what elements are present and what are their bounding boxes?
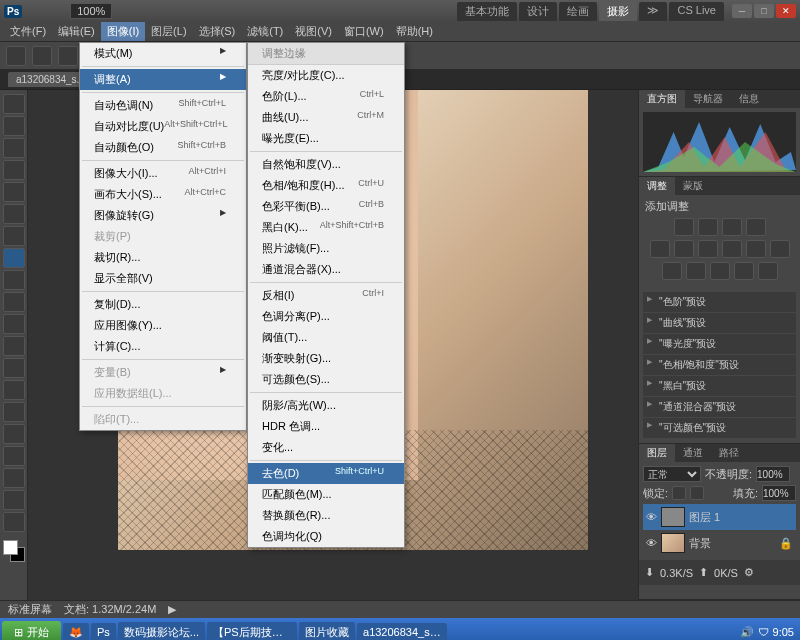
- adj-gradient-icon[interactable]: [734, 262, 754, 280]
- minimize-button[interactable]: ─: [732, 4, 752, 18]
- screen-mode[interactable]: 标准屏幕: [8, 602, 52, 617]
- menu-item[interactable]: 裁剪(P): [80, 226, 246, 247]
- heal-tool[interactable]: [3, 226, 25, 246]
- eraser-tool[interactable]: [3, 314, 25, 334]
- menu-item[interactable]: 变化...: [248, 437, 404, 458]
- menu-item[interactable]: 自动色调(N)Shift+Ctrl+L: [80, 95, 246, 116]
- menu-item[interactable]: 裁切(R)...: [80, 247, 246, 268]
- opt-icon[interactable]: [32, 46, 52, 66]
- layer-row[interactable]: 👁 背景 🔒: [643, 530, 796, 556]
- ws-tab-painting[interactable]: 绘画: [559, 2, 597, 21]
- layer-thumb[interactable]: [661, 533, 685, 553]
- menu-item[interactable]: 照片滤镜(F)...: [248, 238, 404, 259]
- menu-item[interactable]: 自动对比度(U)Alt+Shift+Ctrl+L: [80, 116, 246, 137]
- menu-item[interactable]: 亮度/对比度(C)...: [248, 65, 404, 86]
- preset-item[interactable]: "色阶"预设: [643, 292, 796, 312]
- close-button[interactable]: ✕: [776, 4, 796, 18]
- preset-item[interactable]: "曝光度"预设: [643, 334, 796, 354]
- taskbar-item[interactable]: 数码摄影论坛...: [118, 622, 205, 641]
- menu-item[interactable]: 反相(I)Ctrl+I: [248, 285, 404, 306]
- menu-item[interactable]: 图像旋转(G): [80, 205, 246, 226]
- tab-info[interactable]: 信息: [731, 90, 767, 108]
- adj-hue-icon[interactable]: [674, 240, 694, 258]
- adj-mixer-icon[interactable]: [770, 240, 790, 258]
- menu-item[interactable]: 调整(A): [80, 69, 246, 90]
- menu-item[interactable]: 色调分离(P)...: [248, 306, 404, 327]
- marquee-tool[interactable]: [3, 116, 25, 136]
- system-tray[interactable]: 🔊 🛡 9:05: [740, 626, 798, 639]
- adj-brightness-icon[interactable]: [674, 218, 694, 236]
- tab-layers[interactable]: 图层: [639, 444, 675, 462]
- visibility-icon[interactable]: 👁: [646, 511, 657, 523]
- menu-item[interactable]: 替换颜色(R)...: [248, 505, 404, 526]
- menu-item[interactable]: 匹配颜色(M)...: [248, 484, 404, 505]
- layer-thumb[interactable]: [661, 507, 685, 527]
- preset-item[interactable]: "通道混合器"预设: [643, 397, 796, 417]
- shape-tool[interactable]: [3, 468, 25, 488]
- zoom-display[interactable]: 100%: [70, 3, 112, 19]
- ws-tab-photography[interactable]: 摄影: [599, 2, 637, 21]
- stamp-tool[interactable]: [3, 270, 25, 290]
- cslive-button[interactable]: CS Live: [669, 2, 724, 21]
- menu-layer[interactable]: 图层(L): [145, 22, 192, 41]
- tray-icon[interactable]: 🛡: [758, 626, 769, 638]
- menu-item[interactable]: 通道混合器(X)...: [248, 259, 404, 280]
- blur-tool[interactable]: [3, 358, 25, 378]
- tab-channels[interactable]: 通道: [675, 444, 711, 462]
- taskbar-item[interactable]: Ps: [91, 623, 116, 640]
- adj-filter-icon[interactable]: [746, 240, 766, 258]
- adj-curves-icon[interactable]: [722, 218, 742, 236]
- menu-file[interactable]: 文件(F): [4, 22, 52, 41]
- taskbar-item[interactable]: a13206834_s.j...: [357, 623, 447, 640]
- menu-view[interactable]: 视图(V): [289, 22, 338, 41]
- eyedropper-tool[interactable]: [3, 204, 25, 224]
- history-brush-tool[interactable]: [3, 292, 25, 312]
- hand-tool[interactable]: [3, 490, 25, 510]
- tab-histogram[interactable]: 直方图: [639, 90, 685, 108]
- adj-bw-icon[interactable]: [722, 240, 742, 258]
- menu-window[interactable]: 窗口(W): [338, 22, 390, 41]
- maximize-button[interactable]: □: [754, 4, 774, 18]
- blend-mode-select[interactable]: 正常: [643, 466, 701, 482]
- zoom-tool[interactable]: [3, 512, 25, 532]
- ws-tab-essentials[interactable]: 基本功能: [457, 2, 517, 21]
- lock-position-icon[interactable]: [690, 486, 704, 500]
- tool-preset[interactable]: [6, 46, 26, 66]
- menu-item[interactable]: 自然饱和度(V)...: [248, 154, 404, 175]
- menu-item[interactable]: 色彩平衡(B)...Ctrl+B: [248, 196, 404, 217]
- menu-item[interactable]: 渐变映射(G)...: [248, 348, 404, 369]
- tray-icon[interactable]: 🔊: [740, 626, 754, 639]
- tab-adjustments[interactable]: 调整: [639, 177, 675, 195]
- fg-color[interactable]: [3, 540, 18, 555]
- adj-selective-icon[interactable]: [758, 262, 778, 280]
- menu-item[interactable]: 阴影/高光(W)...: [248, 395, 404, 416]
- adj-levels-icon[interactable]: [698, 218, 718, 236]
- menu-item[interactable]: 计算(C)...: [80, 336, 246, 357]
- menu-item[interactable]: 显示全部(V): [80, 268, 246, 289]
- preset-item[interactable]: "可选颜色"预设: [643, 418, 796, 438]
- lock-pixels-icon[interactable]: [672, 486, 686, 500]
- tab-paths[interactable]: 路径: [711, 444, 747, 462]
- path-tool[interactable]: [3, 446, 25, 466]
- menu-item[interactable]: 色调均化(Q): [248, 526, 404, 547]
- menu-item[interactable]: 应用图像(Y)...: [80, 315, 246, 336]
- menu-select[interactable]: 选择(S): [193, 22, 242, 41]
- clock[interactable]: 9:05: [773, 626, 794, 638]
- menu-item[interactable]: 色阶(L)...Ctrl+L: [248, 86, 404, 107]
- opacity-input[interactable]: [756, 466, 790, 482]
- menu-filter[interactable]: 滤镜(T): [241, 22, 289, 41]
- tab-navigator[interactable]: 导航器: [685, 90, 731, 108]
- move-tool[interactable]: [3, 94, 25, 114]
- dodge-tool[interactable]: [3, 380, 25, 400]
- ws-tab-design[interactable]: 设计: [519, 2, 557, 21]
- menu-image[interactable]: 图像(I): [101, 22, 145, 41]
- menu-item[interactable]: 阈值(T)...: [248, 327, 404, 348]
- wand-tool[interactable]: [3, 160, 25, 180]
- menu-item[interactable]: 应用数据组(L)...: [80, 383, 246, 404]
- menu-edit[interactable]: 编辑(E): [52, 22, 101, 41]
- menu-item[interactable]: 可选颜色(S)...: [248, 369, 404, 390]
- menu-item[interactable]: 去色(D)Shift+Ctrl+U: [248, 463, 404, 484]
- adj-invert-icon[interactable]: [662, 262, 682, 280]
- pen-tool[interactable]: [3, 402, 25, 422]
- gear-icon[interactable]: ⚙: [744, 566, 754, 579]
